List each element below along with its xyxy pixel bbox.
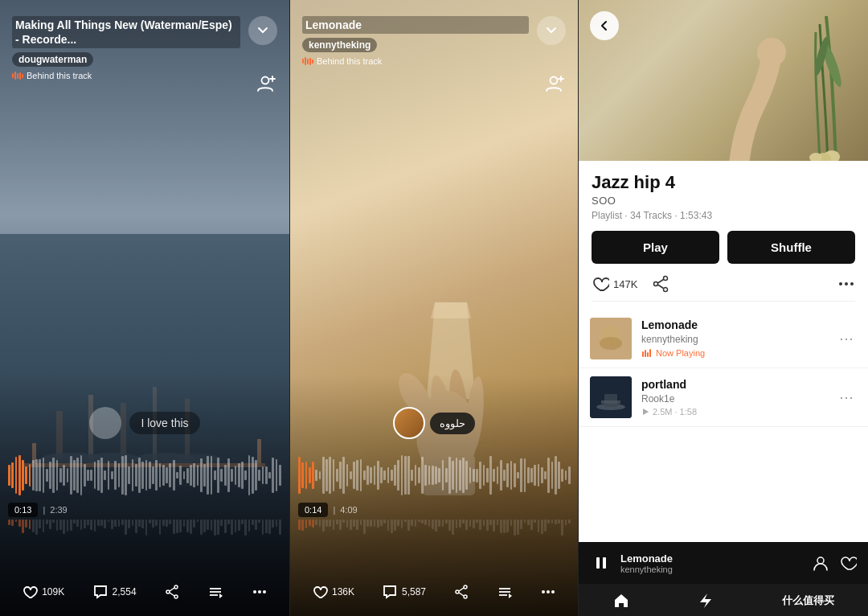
waveform-icon-2	[302, 57, 313, 65]
track-stats-portland: 2.5M · 1:58	[653, 407, 697, 417]
svg-rect-65	[642, 351, 644, 357]
svg-point-26	[263, 590, 266, 593]
time-current-1: 0:13	[8, 503, 38, 517]
track-row[interactable]: portland Rook1e 2.5M · 1:58 ⋯	[579, 368, 868, 427]
like-count-1: 109K	[42, 586, 64, 598]
svg-marker-73	[643, 409, 649, 415]
more-button-1[interactable]	[252, 584, 268, 600]
comment-button-2[interactable]: 5,587	[382, 584, 426, 600]
share-action-playlist[interactable]	[652, 275, 669, 293]
behind-badge[interactable]: Behind this track	[12, 71, 240, 80]
mini-player-actions	[812, 554, 857, 572]
more-button-2[interactable]	[540, 584, 556, 600]
svg-rect-67	[647, 352, 649, 357]
svg-point-55	[664, 277, 668, 281]
user-avatar-2	[393, 407, 425, 439]
nav-home[interactable]	[612, 592, 630, 610]
back-button[interactable]	[590, 11, 619, 40]
like-action[interactable]: 147K	[592, 275, 637, 293]
more-icon-2	[540, 584, 556, 600]
track-info-2: Lemonade kennytheking Behind this track	[302, 16, 529, 66]
play-button[interactable]: Play	[592, 231, 719, 264]
svg-line-41	[459, 593, 464, 596]
playlist-title: Jazz hip 4	[592, 172, 855, 193]
collapse-button-2[interactable]	[537, 16, 566, 45]
time-total-2: 4:09	[340, 505, 357, 515]
track-artist[interactable]: dougwaterman	[12, 52, 93, 67]
lightning-icon	[697, 592, 714, 610]
shuffle-button[interactable]: Shuffle	[727, 231, 855, 264]
svg-point-38	[456, 590, 459, 593]
playlist-button-2[interactable]	[497, 584, 513, 600]
svg-marker-45	[509, 593, 512, 598]
playlist-meta: Playlist · 34 Tracks · 1:53:43	[592, 210, 855, 221]
user-icon-mini	[812, 554, 829, 572]
track-more-button-portland[interactable]: ⋯	[836, 388, 857, 406]
playlist-button-1[interactable]	[207, 584, 223, 600]
add-user-button[interactable]	[255, 72, 277, 95]
track-header: Making All Things New (Waterman/Espe) - …	[12, 16, 277, 80]
back-icon	[597, 18, 612, 33]
bottom-nav: 什么值得买	[579, 584, 868, 616]
comment-bubble-2: حلووه	[430, 413, 475, 434]
bottom-actions-1: 109K 2,554	[0, 584, 289, 600]
panel-marina: Making All Things New (Waterman/Espe) - …	[0, 0, 289, 616]
mini-heart-button[interactable]	[839, 554, 857, 572]
heart-icon-mini	[839, 554, 857, 572]
track-name-lemonade: Lemonade	[641, 318, 836, 331]
share-icon-playlist	[652, 275, 669, 293]
svg-point-56	[654, 282, 658, 286]
track-more-button-lemonade[interactable]: ⋯	[836, 330, 857, 347]
svg-point-17	[174, 595, 178, 598]
list-icon-2	[497, 584, 513, 600]
add-user-button-2[interactable]	[543, 72, 566, 95]
playlist-buttons: Play Shuffle	[592, 231, 855, 264]
time-total-1: 2:39	[50, 505, 67, 515]
playlist-cover	[579, 0, 868, 161]
waveform-container-2[interactable]: 0:14 | 4:09	[290, 451, 578, 544]
comment-text: I love this	[129, 412, 199, 434]
lemonade-thumb	[590, 318, 632, 359]
portland-thumb	[590, 376, 632, 418]
svg-point-16	[166, 590, 170, 593]
nav-brand[interactable]: 什么值得买	[782, 593, 834, 608]
pause-button[interactable]	[590, 552, 612, 574]
behind-badge-2[interactable]: Behind this track	[302, 56, 529, 66]
playlist-actions: 147K	[592, 275, 855, 302]
waveform-icon	[12, 72, 23, 80]
list-icon-1	[207, 584, 223, 600]
comment-text-2: حلووه	[440, 417, 465, 429]
comment-button-1[interactable]: 2,554	[92, 584, 137, 600]
nav-lightning[interactable]	[697, 592, 714, 610]
comment-count-2: 5,587	[402, 586, 426, 598]
like-button-2[interactable]: 136K	[312, 584, 354, 600]
time-current-2: 0:14	[298, 503, 328, 517]
svg-point-46	[542, 590, 545, 593]
brand-label: 什么值得买	[782, 593, 834, 608]
user-avatar	[89, 407, 121, 439]
svg-point-37	[464, 585, 467, 589]
svg-rect-75	[603, 557, 606, 569]
svg-line-19	[170, 593, 174, 596]
chevron-down-icon	[256, 24, 269, 37]
like-button-1[interactable]: 109K	[22, 584, 64, 600]
track-row[interactable]: Lemonade kennytheking Now Playing ⋯	[579, 310, 868, 368]
track-meta-portland: 2.5M · 1:58	[641, 407, 836, 417]
more-action-playlist[interactable]	[837, 275, 855, 293]
track-artist-2[interactable]: kennytheking	[302, 38, 377, 52]
comment-area-2: حلووه	[290, 407, 578, 439]
collapse-button[interactable]	[248, 16, 277, 45]
share-button-2[interactable]	[453, 584, 469, 600]
waveform-reflected-1	[8, 519, 281, 544]
svg-point-34	[551, 77, 558, 84]
svg-line-58	[658, 280, 664, 284]
svg-point-64	[600, 337, 622, 350]
waveform-container-1[interactable]: 0:13 | 2:39	[0, 451, 289, 544]
svg-rect-66	[645, 350, 646, 357]
now-playing-badge: Now Playing	[641, 347, 836, 359]
mini-player-info: Lemonade kennytheking	[620, 552, 804, 574]
svg-rect-74	[596, 557, 600, 569]
svg-rect-68	[649, 349, 651, 357]
share-button-1[interactable]	[164, 584, 180, 600]
mini-user-button[interactable]	[812, 554, 829, 572]
